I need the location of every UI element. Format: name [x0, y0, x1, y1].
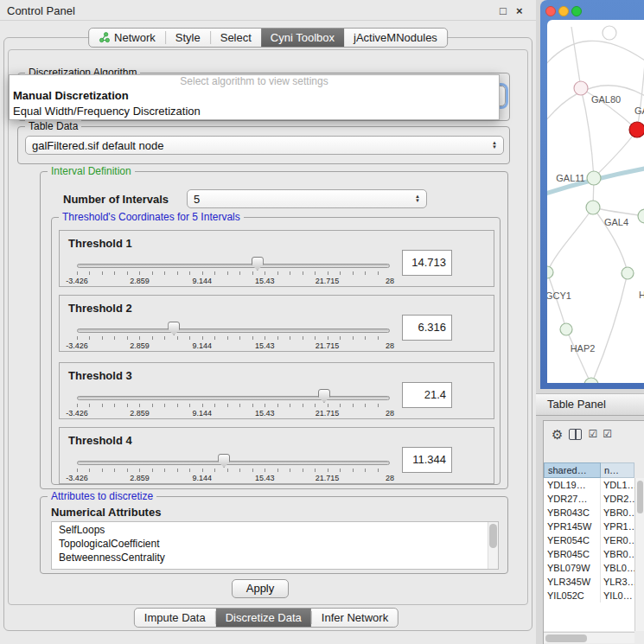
table-row[interactable]: YBR045CYBR0… [544, 547, 634, 561]
slider-track[interactable] [77, 396, 390, 400]
attribute-list-item[interactable]: TopologicalCoefficient [52, 536, 498, 550]
cell-shared-name[interactable]: YPR145W [544, 520, 601, 533]
scrollbar-thumb[interactable] [637, 481, 643, 513]
cell-shared-name[interactable]: YBR045C [544, 547, 601, 561]
network-node-gcy1[interactable] [547, 266, 553, 278]
tab-cyni-toolbox[interactable]: Cyni Toolbox [261, 29, 344, 47]
cell-name[interactable]: YPR1… [601, 520, 634, 533]
network-node-gal4[interactable] [586, 201, 600, 214]
slider-track[interactable] [77, 328, 390, 333]
list-scrollbar[interactable] [488, 522, 498, 569]
attribute-list-item[interactable]: BetweennessCentrality [52, 550, 498, 564]
scrollbar-thumb[interactable] [545, 634, 587, 642]
table-row[interactable]: YBL079WYBL0… [544, 561, 634, 575]
threshold-3-value-field[interactable]: 21.4 [402, 382, 452, 408]
dropdown-option-equal-width-frequency[interactable]: Equal Width/Frequency Discretization [10, 104, 499, 119]
slider-thumb[interactable] [318, 389, 330, 403]
cell-name[interactable]: YLR3… [601, 575, 634, 589]
table-vertical-scrollbar[interactable] [634, 478, 644, 631]
tab-style[interactable]: Style [166, 29, 210, 47]
tab-infer-network[interactable]: Infer Network [312, 609, 398, 627]
tab-jactivemnodules[interactable]: jActiveMNodules [344, 29, 447, 47]
network-node-selected-red[interactable] [629, 122, 644, 137]
slider-scale: -3.4262.8599.14415.4321.71528 [77, 409, 390, 418]
table-data-selected-value: galFiltered.sif default node [32, 139, 163, 152]
apply-button[interactable]: Apply [232, 579, 289, 598]
number-of-intervals-combobox[interactable]: 5 ▲ ▼ [187, 189, 427, 208]
cell-name[interactable]: YDR2… [601, 492, 634, 506]
attribute-list-item[interactable]: SelfLoops [52, 522, 498, 536]
table-columns-icon[interactable] [569, 429, 582, 440]
network-node-gal11[interactable] [587, 171, 601, 185]
cell-shared-name[interactable]: YIL052C [544, 589, 601, 603]
column-header-name[interactable]: n… [601, 462, 634, 478]
slider-scale-label: 9.144 [193, 409, 213, 418]
table-row[interactable]: YLR345WYLR3… [544, 575, 634, 589]
cell-name[interactable]: YDL1… [601, 478, 634, 492]
cell-shared-name[interactable]: YBL079W [544, 561, 601, 575]
tab-select[interactable]: Select [211, 29, 261, 47]
slider-scale: -3.4262.8599.14415.4321.71528 [77, 277, 390, 285]
network-node-hap2[interactable] [560, 323, 572, 335]
cell-shared-name[interactable]: YDR27… [544, 492, 601, 506]
network-node[interactable] [638, 209, 644, 223]
slider-scale-label: 21.715 [316, 474, 340, 482]
slider-track[interactable] [77, 264, 390, 268]
threshold-1-slider[interactable]: -3.4262.8599.14415.4321.71528 [77, 257, 390, 284]
select-all-columns-icon[interactable]: ☑ [603, 429, 611, 439]
tab-discretize-data[interactable]: Discretize Data [216, 609, 311, 627]
cell-name[interactable]: YER0… [601, 533, 634, 547]
tab-network[interactable]: Network [89, 29, 165, 47]
slider-scale-label: 9.144 [193, 474, 213, 482]
cell-shared-name[interactable]: YER054C [544, 533, 601, 547]
network-node-gal80[interactable] [574, 81, 588, 95]
table-data-group-title: Table Data [25, 120, 81, 132]
mac-minimize-icon[interactable] [558, 6, 569, 16]
cell-shared-name[interactable]: YLR345W [544, 575, 601, 589]
network-view-window: GAL80 GA GAL11 GAL4 GCY1 H HAP2 [540, 0, 644, 389]
network-canvas[interactable]: GAL80 GA GAL11 GAL4 GCY1 H HAP2 [547, 20, 644, 383]
table-data-combobox[interactable]: galFiltered.sif default node ▲ ▼ [25, 136, 504, 155]
select-columns-icon[interactable]: ☑ [588, 429, 596, 439]
slider-scale-label: 21.715 [316, 277, 340, 285]
slider-thumb[interactable] [218, 454, 230, 468]
threshold-3-slider[interactable]: -3.4262.8599.14415.4321.71528 [77, 389, 390, 417]
dropdown-option-manual-discretization[interactable]: Manual Discretization [10, 88, 499, 104]
network-node[interactable] [622, 267, 634, 279]
column-header-shared-name[interactable]: shared… [544, 462, 601, 478]
network-node[interactable] [603, 26, 616, 40]
cell-name[interactable]: YBL0… [601, 561, 634, 575]
cell-name[interactable]: YIL0… [601, 589, 634, 603]
threshold-2-slider[interactable]: -3.4262.8599.14415.4321.71528 [77, 322, 390, 349]
threshold-4-value-field[interactable]: 11.344 [402, 447, 452, 473]
table-row[interactable]: YDL19…YDL1… [544, 478, 634, 492]
float-window-icon[interactable]: □ [500, 4, 507, 17]
table-row[interactable]: YDR27…YDR2… [544, 492, 634, 506]
numerical-attributes-list[interactable]: SelfLoopsTopologicalCoefficientBetweenne… [51, 521, 499, 570]
slider-thumb[interactable] [168, 322, 180, 335]
table-row[interactable]: YIL052CYIL0… [544, 589, 634, 603]
slider-scale-label: -3.426 [66, 474, 88, 482]
cell-name[interactable]: YBR0… [601, 547, 634, 561]
scrollbar-thumb[interactable] [489, 524, 497, 548]
slider-track[interactable] [77, 461, 390, 465]
mac-close-icon[interactable] [545, 6, 556, 16]
cell-name[interactable]: YBR0… [601, 506, 634, 520]
slider-scale-label: 15.43 [255, 474, 275, 482]
tab-impute-data[interactable]: Impute Data [135, 609, 215, 627]
gear-icon[interactable]: ⚙ [552, 428, 563, 441]
threshold-1-value-field[interactable]: 14.713 [402, 250, 452, 276]
slider-thumb[interactable] [252, 257, 264, 271]
close-panel-icon[interactable]: × [516, 4, 523, 17]
threshold-4-slider[interactable]: -3.4262.8599.14415.4321.71528 [77, 454, 390, 481]
cell-shared-name[interactable]: YBR043C [544, 506, 601, 520]
table-row[interactable]: YBR043CYBR0… [544, 506, 634, 520]
network-node[interactable] [584, 378, 598, 383]
table-row[interactable]: YPR145WYPR1… [544, 520, 634, 533]
threshold-2-value-field[interactable]: 6.316 [402, 315, 452, 341]
cell-shared-name[interactable]: YDL19… [544, 478, 601, 492]
table-row[interactable]: YER054CYER0… [544, 533, 634, 547]
table-horizontal-scrollbar[interactable] [544, 632, 634, 643]
thresholds-group-title: Threshold's Coordinates for 5 Intervals [59, 211, 244, 223]
mac-zoom-icon[interactable] [571, 6, 582, 16]
